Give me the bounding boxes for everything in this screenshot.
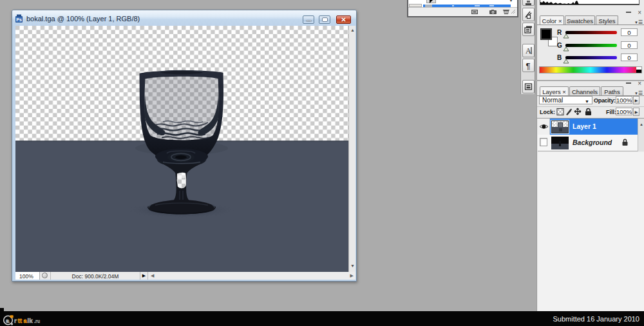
svg-text:A: A [526,46,531,55]
svg-text:r: r [14,317,17,324]
svg-text:tt: tt [18,317,23,324]
svg-text:Ps: Ps [16,17,22,22]
svg-text:¶: ¶ [526,61,531,70]
svg-text:.ru: .ru [34,319,40,323]
svg-text:lk: lk [28,317,33,324]
svg-text:a: a [6,317,10,324]
